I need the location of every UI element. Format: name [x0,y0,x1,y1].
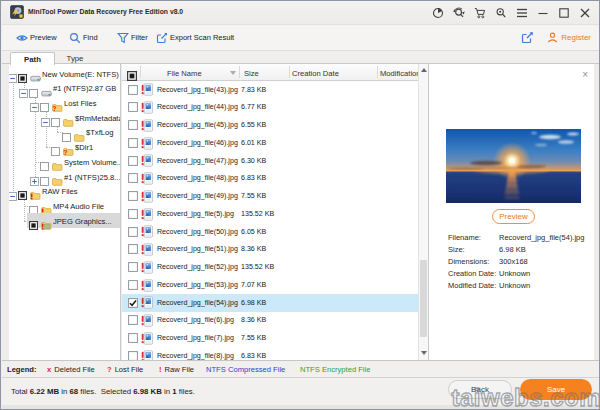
file-row-Recoverd-jpg-file(5)-jpg[interactable]: Recoverd_jpg_file(5).jpg135.52 KB [122,205,418,223]
file-checkbox[interactable] [128,298,138,308]
timer-icon[interactable] [427,3,448,23]
tree-item-1-ntfs-2-87-gb[interactable]: #1 (NTFS)2.87 GB [9,81,121,96]
file-checkbox[interactable] [128,227,138,237]
tree-item-lost-files[interactable]: ?Lost Files [9,96,121,111]
file-row-Recoverd-jpg-file(51)-jpg[interactable]: Recoverd_jpg_file(51).jpg8.36 KB [122,241,418,259]
share-icon[interactable] [517,28,538,48]
file-checkbox[interactable] [128,191,138,201]
scroll-up-icon[interactable] [419,64,428,76]
tree-checkbox[interactable] [40,157,49,166]
tree-item-dir1[interactable]: ?$Dir1 [9,140,121,155]
tree-checkbox[interactable] [62,128,71,137]
file-row-Recoverd-jpg-file(50)-jpg[interactable]: Recoverd_jpg_file(50).jpg6.05 KB [122,223,418,241]
rescan-icon[interactable] [448,3,469,23]
file-checkbox[interactable] [128,102,138,112]
tab-type[interactable]: Type [55,52,95,64]
file-row-Recoverd-jpg-file(45)-jpg[interactable]: Recoverd_jpg_file(45).jpg6.55 KB [122,117,418,135]
tree-expander-minus-icon[interactable] [9,69,17,78]
file-row-Recoverd-jpg-file(47)-jpg[interactable]: Recoverd_jpg_file(47).jpg6.30 KB [122,152,418,170]
tree-checkbox[interactable] [18,69,27,78]
sort-arrow-icon[interactable] [230,71,236,75]
status-segment: 68 [70,387,79,396]
tree-checkbox[interactable] [29,216,38,225]
tree-checkbox[interactable] [29,201,38,210]
detail-row-filename: Filename:Recoverd_jpg_file(54).jpg [429,233,595,245]
file-row-Recoverd-jpg-file(46)-jpg[interactable]: Recoverd_jpg_file(46).jpg6.01 KB [122,134,418,152]
file-checkbox[interactable] [128,209,138,219]
select-all-checkbox[interactable] [127,67,137,77]
tree-item-txflog[interactable]: $TxfLog [9,125,121,140]
tree-item-mp4-audio-file[interactable]: MP4 Audio File [9,199,121,214]
tree-item-1-ntfs-25-8[interactable]: #1 (NTFS)25.8... [9,169,121,184]
tree-expander-minus-icon[interactable] [30,98,39,107]
tree-item-raw-files[interactable]: RAW Files [9,184,121,199]
status-segment: files. [177,387,195,396]
tree-expander-minus-icon[interactable] [19,84,28,93]
tree-checkbox[interactable] [29,84,38,93]
file-checkbox[interactable] [128,85,138,95]
tree-item-label: $RmMetadata [75,114,121,123]
close-preview-icon[interactable]: × [582,70,588,80]
file-row-Recoverd-jpg-file(52)-jpg[interactable]: Recoverd_jpg_file(52).jpg135.52 KB [122,259,418,277]
close-icon[interactable] [574,3,595,23]
file-row-Recoverd-jpg-file(54)-jpg[interactable]: Recoverd_jpg_file(54).jpg6.98 KB [122,294,418,312]
file-row-Recoverd-jpg-file(44)-jpg[interactable]: Recoverd_jpg_file(44).jpg6.77 KB [122,99,418,117]
file-row-Recoverd-jpg-file(43)-jpg[interactable]: Recoverd_jpg_file(43).jpg7.83 KB [122,81,418,99]
tree-checkbox[interactable] [40,98,49,107]
tree-checkbox[interactable] [18,186,27,195]
file-checkbox[interactable] [128,173,138,183]
column-header-filename[interactable]: File Name [167,69,202,78]
file-row-Recoverd-jpg-file(49)-jpg[interactable]: Recoverd_jpg_file(49).jpg7.55 KB [122,188,418,206]
tree-item-jpeg-graphics[interactable]: JPEG Graphics... [9,213,121,228]
column-header-modification[interactable]: Modification [380,69,421,78]
file-row-Recoverd-jpg-file(53)-jpg[interactable]: Recoverd_jpg_file(53).jpg7.07 KB [122,276,418,294]
tree-item-rmmetadata[interactable]: $RmMetadata [9,110,121,125]
find-button[interactable]: Find [69,25,98,50]
zoom-search-icon[interactable] [490,3,511,23]
tree-item-system-volume[interactable]: System Volume... [9,155,121,170]
file-row-Recoverd-jpg-file(6)-jpg[interactable]: Recoverd_jpg_file(6).jpg8.36 KB [122,312,418,330]
column-header-size[interactable]: Size [244,69,259,78]
folder-icon [52,172,62,181]
filter-button[interactable]: Filter [117,25,148,50]
file-checkbox[interactable] [128,138,138,148]
file-checkbox[interactable] [128,351,138,360]
jpeg-file-icon [141,154,153,167]
tree-checkbox[interactable] [51,113,60,122]
tree-checkbox[interactable] [40,172,49,181]
minimize-icon[interactable] [532,3,553,23]
file-checkbox[interactable] [128,280,138,290]
column-header-creation-date[interactable]: Creation Date [292,69,339,78]
jpeg-file-icon [141,119,153,132]
legend-label: NTFS Compressed File [206,365,285,374]
tree-item-new-volume-e-ntfs[interactable]: New Volume(E: NTFS) [9,66,121,81]
preview-button[interactable]: Preview [492,209,535,224]
scroll-down-icon[interactable] [419,347,428,359]
preview-button[interactable]: Preview [16,25,57,50]
file-checkbox[interactable] [128,120,138,130]
tree-checkbox[interactable] [51,142,60,151]
register-button[interactable]: Register [547,32,591,43]
vertical-scrollbar[interactable] [418,64,428,360]
file-row-Recoverd-jpg-file(48)-jpg[interactable]: Recoverd_jpg_file(48).jpg6.83 KB [122,170,418,188]
folder-question-icon: ? [52,98,62,107]
tree-expander-minus-icon[interactable] [41,113,50,122]
detail-value: 300x168 [499,257,528,266]
file-checkbox[interactable] [128,333,138,343]
tree-expander-minus-icon[interactable] [9,187,17,196]
shopping-cart-icon[interactable] [469,3,490,23]
file-checkbox[interactable] [128,156,138,166]
file-row-Recoverd-jpg-file(7)-jpg[interactable]: Recoverd_jpg_file(7).jpg7.55 KB [122,330,418,348]
file-checkbox[interactable] [128,262,138,272]
maximize-icon[interactable] [553,3,574,23]
file-row-Recoverd-jpg-file(8)-jpg[interactable]: Recoverd_jpg_file(8).jpg6.83 KB [122,347,418,360]
tree-expander-plus-icon[interactable] [30,172,39,181]
tab-path[interactable]: Path [10,52,55,65]
file-checkbox[interactable] [128,244,138,254]
scrollbar-thumb[interactable] [420,260,427,337]
file-checkbox[interactable] [128,315,138,325]
status-text: Total 6.22 MB in 68 files. Selected 6.98… [11,387,195,396]
menu-icon[interactable] [511,3,532,23]
file-size: 7.83 KB [241,86,266,94]
export-scan-result-button[interactable]: Export Scan Result [156,25,234,50]
